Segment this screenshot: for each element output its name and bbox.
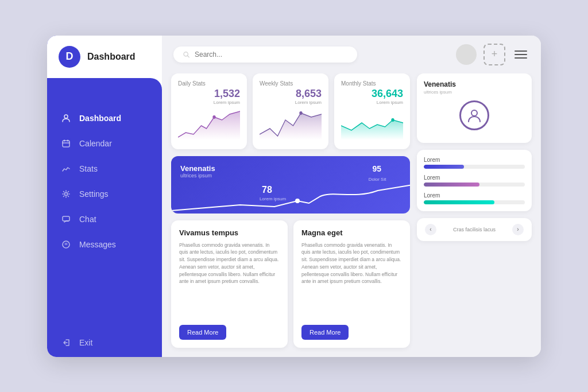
svg-point-6 [299, 111, 302, 115]
blog-card-text-1: Phasellus commodo gravida venenatis. In … [301, 242, 402, 320]
progress-item-0: Lorem [424, 157, 525, 169]
pagination-text: Cras facilisis lacus [436, 227, 512, 232]
stat-card-monthly: Monthly Stats 36,643 Lorem ipsum [334, 73, 410, 149]
stats-icon [61, 164, 71, 174]
progress-bar-fill-2 [424, 200, 494, 204]
line-chart-subtitle: ultrices ipsum [180, 173, 401, 178]
sidebar-header: D Dashboard [47, 36, 162, 78]
search-input[interactable] [195, 51, 348, 59]
stat-card-daily: Daily Stats 1,532 Lorem ipsum [171, 73, 247, 149]
read-more-btn-1[interactable]: Read More [301, 325, 349, 340]
stat-value-daily: 1,532 [178, 88, 240, 100]
svg-point-10 [471, 110, 477, 116]
exit-icon [61, 337, 71, 348]
topbar: + [162, 36, 541, 73]
sidebar-logo: D [59, 46, 80, 68]
sidebar-item-label-stats: Stats [79, 164, 98, 173]
sidebar-item-label-messages: Messages [79, 240, 116, 249]
sidebar-item-dashboard[interactable]: Dashboard [47, 107, 162, 130]
messages-icon [61, 239, 71, 250]
settings-icon [61, 189, 71, 199]
sidebar-item-messages[interactable]: Messages [47, 233, 162, 256]
progress-item-2: Lorem [424, 192, 525, 204]
line-chart-title: Venenatis [180, 164, 401, 173]
blog-card-0: Vivamus tempus Phasellus commodo gravida… [171, 220, 288, 348]
stat-value-monthly: 36,643 [341, 88, 403, 100]
progress-bar-bg-1 [424, 183, 525, 187]
stat-sublabel-monthly: Lorem ipsum [341, 100, 403, 105]
hamburger-button[interactable] [512, 48, 529, 61]
read-more-btn-0[interactable]: Read More [179, 325, 226, 340]
progress-section: Lorem Lorem Lorem [424, 157, 525, 204]
stat-cards-row: Daily Stats 1,532 Lorem ipsum [171, 73, 410, 149]
sidebar-item-settings[interactable]: Settings [47, 183, 162, 205]
sidebar-item-label-calendar: Calendar [79, 139, 112, 148]
blog-card-title-0: Vivamus tempus [179, 228, 280, 237]
progress-label-0: Lorem [424, 157, 525, 163]
dashboard-wrapper: D Dashboard Dashboard Calendar [47, 36, 541, 357]
content-area: Daily Stats 1,532 Lorem ipsum [162, 73, 541, 357]
right-venenatis-title: Venenatis [424, 80, 525, 88]
svg-rect-1 [63, 141, 69, 147]
user-icon [61, 113, 71, 123]
add-button[interactable]: + [483, 44, 505, 65]
chat-icon [61, 214, 71, 224]
progress-card: Lorem Lorem Lorem [417, 150, 532, 211]
hamburger-line-3 [514, 57, 527, 59]
svg-point-2 [65, 192, 68, 195]
calendar-icon [61, 138, 71, 149]
svg-rect-3 [63, 216, 69, 221]
progress-bar-bg-2 [424, 200, 525, 204]
sidebar: D Dashboard Dashboard Calendar [47, 36, 162, 357]
blog-card-title-1: Magna eget [301, 228, 402, 237]
progress-label-2: Lorem [424, 192, 525, 199]
progress-bar-fill-1 [424, 183, 479, 187]
sidebar-item-label-chat: Chat [79, 215, 96, 224]
stat-label-daily: Daily Stats [178, 80, 240, 87]
progress-label-1: Lorem [424, 174, 525, 181]
svg-point-8 [295, 199, 300, 203]
pagination-card: ‹ Cras facilisis lacus › [417, 218, 532, 241]
svg-point-0 [64, 115, 68, 118]
search-bar[interactable] [173, 46, 357, 63]
sidebar-notch [47, 78, 162, 95]
topbar-right: + [456, 44, 529, 65]
stat-sublabel-daily: Lorem ipsum [178, 100, 240, 105]
line-chart-card: Venenatis ultrices ipsum 78 Lorem ipsum … [171, 156, 410, 214]
exit-label: Exit [79, 338, 92, 347]
hamburger-line-1 [514, 51, 527, 52]
sidebar-item-label-settings: Settings [79, 189, 109, 199]
stat-sublabel-weekly: Lorem ipsum [260, 100, 322, 105]
user-avatar [459, 100, 489, 130]
blog-card-1: Magna eget Phasellus commodo gravida ven… [293, 220, 410, 348]
sidebar-nav: Dashboard Calendar Stats Settings [47, 95, 162, 328]
svg-point-7 [391, 118, 394, 122]
sidebar-item-calendar[interactable]: Calendar [47, 132, 162, 155]
pagination-next[interactable]: › [512, 224, 524, 235]
right-venenatis-card: Venenatis ultrices ipsum [417, 73, 532, 143]
progress-bar-fill-0 [424, 165, 464, 169]
stat-label-monthly: Monthly Stats [341, 80, 403, 87]
stat-card-weekly: Weekly Stats 8,653 Lorem ipsum [253, 73, 328, 149]
right-venenatis-subtitle: ultrices ipsum [424, 90, 525, 95]
left-panel: Daily Stats 1,532 Lorem ipsum [171, 73, 410, 348]
metric-95: 95 [373, 164, 382, 173]
blog-cards-row: Vivamus tempus Phasellus commodo gravida… [171, 220, 410, 348]
stat-value-weekly: 8,653 [260, 88, 322, 100]
progress-item-1: Lorem [424, 174, 525, 187]
svg-point-5 [212, 115, 215, 119]
sidebar-item-label-dashboard: Dashboard [79, 114, 121, 123]
avatar [456, 44, 477, 65]
blog-card-text-0: Phasellus commodo gravida venenatis. In … [179, 242, 280, 320]
progress-bar-bg-0 [424, 165, 525, 169]
search-icon [183, 51, 190, 59]
pagination-prev[interactable]: ‹ [425, 224, 436, 235]
sidebar-item-chat[interactable]: Chat [47, 208, 162, 231]
hamburger-line-2 [514, 54, 527, 55]
sidebar-title: Dashboard [87, 52, 136, 62]
sidebar-exit[interactable]: Exit [47, 328, 162, 357]
stat-label-weekly: Weekly Stats [260, 80, 322, 87]
right-panel: Venenatis ultrices ipsum Lorem [417, 73, 532, 348]
main-content: + Daily Stats 1,532 Lorem ipsum [162, 36, 541, 357]
sidebar-item-stats[interactable]: Stats [47, 157, 162, 180]
